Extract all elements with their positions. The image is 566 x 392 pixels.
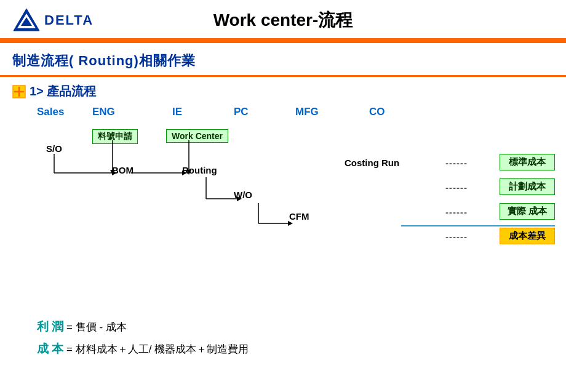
dash-actual: ------ [445, 207, 468, 217]
dash-standard: ------ [445, 158, 468, 168]
cost-box-standard: 標準成本 [500, 154, 555, 170]
cost-box-actual: 實際 成本 [500, 203, 555, 220]
logo-area: DELTA [12, 6, 94, 34]
step-title-text: 1> 產品流程 [30, 83, 96, 100]
formulas-section: 利 潤 = 售價 - 成本 成 本 = 材料成本＋人工/ 機器成本＋制造費用 [0, 313, 566, 357]
cost-highlight: 成 本 [37, 342, 63, 355]
cost-formula: = 材料成本＋人工/ 機器成本＋制造費用 [66, 343, 249, 355]
svg-marker-12 [186, 170, 191, 175]
svg-marker-17 [237, 196, 242, 201]
page-title: Work center-流程 [213, 9, 353, 32]
svg-marker-14 [182, 170, 187, 175]
blue-separator [401, 225, 555, 226]
delta-logo-icon [12, 6, 41, 34]
logo-text: DELTA [44, 12, 94, 28]
profit-formula: = 售價 - 成本 [66, 321, 127, 333]
dash-plan: ------ [445, 182, 468, 193]
cost-box-diff: 成本差異 [500, 228, 555, 244]
header: DELTA Work center-流程 [0, 0, 566, 41]
step-title-row: 1> 產品流程 [0, 77, 566, 103]
cost-box-plan: 計劃成本 [500, 178, 555, 195]
step-icon [12, 85, 26, 98]
diagram-area: Sales ENG IE PC MFG CO 料號申請 Work Center … [0, 103, 566, 313]
formula-cost: 成 本 = 材料成本＋人工/ 機器成本＋制造費用 [37, 341, 554, 357]
section-heading: 制造流程( Routing)相關作業 [0, 43, 566, 77]
flow-diagram-svg [0, 103, 566, 313]
formula-profit: 利 潤 = 售價 - 成本 [37, 319, 554, 335]
section-title: 制造流程( Routing)相關作業 [12, 53, 196, 68]
svg-marker-20 [288, 221, 293, 226]
dash-diff: ------ [445, 231, 468, 242]
profit-highlight: 利 潤 [37, 320, 63, 333]
